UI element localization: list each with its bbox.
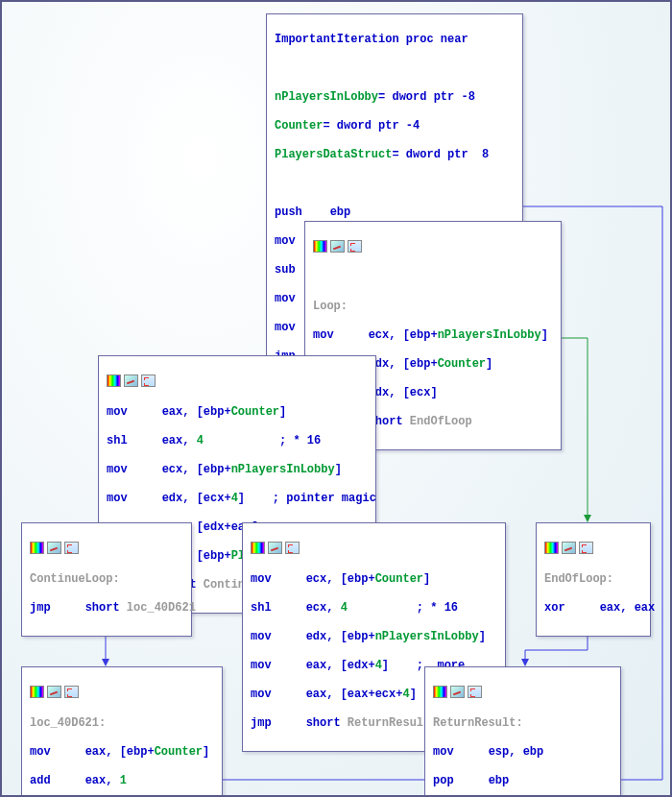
- group-icon[interactable]: [579, 542, 593, 554]
- block-label: ReturnResult:: [433, 716, 612, 731]
- node-return[interactable]: ReturnResult: mov esp, ebp pop ebp retn …: [424, 666, 621, 797]
- block-label: ContinueLoop:: [30, 572, 183, 587]
- decl-row: nPlayersInLobby= dword ptr -8: [275, 90, 515, 105]
- color-icon[interactable]: [30, 542, 44, 554]
- edit-icon[interactable]: [47, 542, 61, 554]
- node-toolbar: [107, 374, 368, 387]
- instr-row: mov ecx, [ebp+nPlayersInLobby]: [313, 328, 553, 343]
- group-icon[interactable]: [348, 240, 362, 253]
- color-icon[interactable]: [544, 542, 559, 554]
- proc-title: ImportantIteration proc near: [275, 33, 515, 47]
- group-icon[interactable]: [64, 686, 79, 698]
- instr-row: mov esp, ebp: [433, 745, 612, 760]
- node-toolbar: [313, 240, 553, 253]
- instr-row: shl ecx, 4 ; * 16: [251, 601, 497, 616]
- decl-row: Counter= dword ptr -4: [275, 119, 515, 133]
- instr-row: mov edx, [ecx+4] ; pointer magic: [107, 492, 368, 506]
- instr-row: mov eax, [ebp+Counter]: [107, 405, 368, 420]
- instr-row: shl eax, 4 ; * 16: [107, 434, 368, 448]
- instr-row: xor eax, eax: [544, 601, 642, 616]
- node-endofloop[interactable]: EndOfLoop: xor eax, eax: [536, 522, 651, 637]
- instr-row: pop ebp: [433, 774, 612, 788]
- color-icon[interactable]: [30, 686, 44, 698]
- block-label: EndOfLoop:: [544, 572, 642, 587]
- instr-row: mov edx, [ebp+nPlayersInLobby]: [251, 630, 497, 644]
- color-icon[interactable]: [107, 374, 121, 387]
- group-icon[interactable]: [468, 686, 482, 698]
- group-icon[interactable]: [285, 542, 300, 554]
- group-icon[interactable]: [64, 542, 79, 554]
- node-continue[interactable]: ContinueLoop: jmp short loc_40D621: [21, 522, 192, 637]
- group-icon[interactable]: [141, 374, 156, 387]
- node-toolbar: [251, 542, 497, 554]
- edit-icon[interactable]: [47, 686, 61, 698]
- decl-row: PlayersDataStruct= dword ptr 8: [275, 148, 515, 162]
- color-icon[interactable]: [313, 240, 327, 253]
- instr-row: mov ecx, [ebp+Counter]: [251, 572, 497, 587]
- block-label: loc_40D621:: [30, 716, 214, 731]
- instr-row: mov ecx, [ebp+nPlayersInLobby]: [107, 463, 368, 477]
- node-loc[interactable]: loc_40D621: mov eax, [ebp+Counter] add e…: [21, 666, 223, 797]
- node-toolbar: [544, 542, 642, 554]
- color-icon[interactable]: [433, 686, 447, 698]
- block-label: Loop:: [313, 300, 553, 314]
- node-toolbar: [433, 686, 612, 698]
- instr-row: jmp short loc_40D621: [30, 601, 183, 616]
- color-icon[interactable]: [251, 542, 265, 554]
- node-toolbar: [30, 686, 214, 698]
- edit-icon[interactable]: [268, 542, 282, 554]
- instr-row: add eax, 1: [30, 774, 214, 788]
- edit-icon[interactable]: [330, 240, 345, 253]
- node-toolbar: [30, 542, 183, 554]
- instr-row: mov eax, [ebp+Counter]: [30, 745, 214, 760]
- edit-icon[interactable]: [450, 686, 465, 698]
- instr-row: push ebp: [275, 205, 515, 220]
- edit-icon[interactable]: [124, 374, 138, 387]
- edit-icon[interactable]: [562, 542, 576, 554]
